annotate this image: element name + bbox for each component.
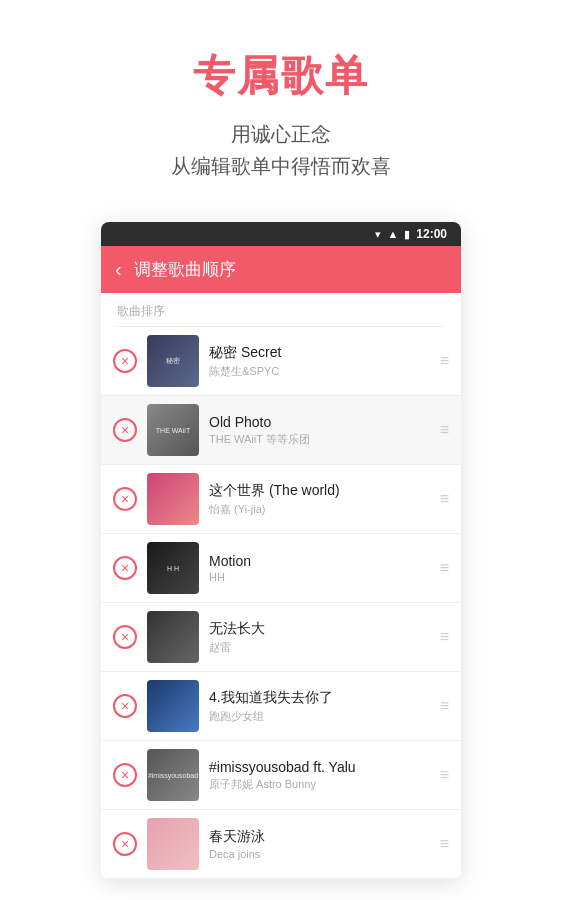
song-thumb-6 xyxy=(147,680,199,732)
song-list: × 秘密 秘密 Secret 陈楚生&SPYC ≡ × THE WAiiT Ol… xyxy=(101,327,461,879)
song-title-4: Motion xyxy=(209,553,430,569)
song-thumb-8 xyxy=(147,818,199,870)
song-info-1: 秘密 Secret 陈楚生&SPYC xyxy=(209,344,430,379)
song-item-5: × 无法长大 赵雷 ≡ xyxy=(101,603,461,672)
drag-handle-5[interactable]: ≡ xyxy=(440,628,449,646)
song-title-8: 春天游泳 xyxy=(209,828,430,846)
song-item-2: × THE WAiiT Old Photo THE WAiiT 等等乐团 ≡ xyxy=(101,396,461,465)
page-title: 专属歌单 xyxy=(20,48,542,104)
remove-button-1[interactable]: × xyxy=(113,349,137,373)
drag-handle-4[interactable]: ≡ xyxy=(440,559,449,577)
drag-handle-8[interactable]: ≡ xyxy=(440,835,449,853)
song-thumb-1: 秘密 xyxy=(147,335,199,387)
drag-handle-1[interactable]: ≡ xyxy=(440,352,449,370)
section-label: 歌曲排序 xyxy=(101,293,461,326)
song-item-6: × 4.我知道我失去你了 跑跑少女组 ≡ xyxy=(101,672,461,741)
song-thumb-7: #imissyousobad xyxy=(147,749,199,801)
song-title-7: #imissyousobad ft. Yalu xyxy=(209,759,430,775)
song-title-2: Old Photo xyxy=(209,414,430,430)
song-title-6: 4.我知道我失去你了 xyxy=(209,689,430,707)
signal-icon: ▲ xyxy=(387,228,398,240)
song-item-1: × 秘密 秘密 Secret 陈楚生&SPYC ≡ xyxy=(101,327,461,396)
app-header: ‹ 调整歌曲顺序 xyxy=(101,246,461,293)
remove-button-7[interactable]: × xyxy=(113,763,137,787)
song-artist-2: THE WAiiT 等等乐团 xyxy=(209,432,430,447)
song-artist-3: 怡嘉 (Yi-jia) xyxy=(209,502,430,517)
song-title-3: 这个世界 (The world) xyxy=(209,482,430,500)
song-thumb-4: H H xyxy=(147,542,199,594)
song-info-5: 无法长大 赵雷 xyxy=(209,620,430,655)
remove-button-3[interactable]: × xyxy=(113,487,137,511)
battery-icon: ▮ xyxy=(404,228,410,241)
page-subtitle: 用诚心正念 从编辑歌单中得悟而欢喜 xyxy=(20,118,542,182)
song-info-2: Old Photo THE WAiiT 等等乐团 xyxy=(209,414,430,447)
remove-button-5[interactable]: × xyxy=(113,625,137,649)
remove-button-2[interactable]: × xyxy=(113,418,137,442)
song-title-5: 无法长大 xyxy=(209,620,430,638)
song-thumb-2: THE WAiiT xyxy=(147,404,199,456)
status-time: 12:00 xyxy=(416,227,447,241)
app-header-title: 调整歌曲顺序 xyxy=(134,258,236,281)
remove-button-6[interactable]: × xyxy=(113,694,137,718)
drag-handle-7[interactable]: ≡ xyxy=(440,766,449,784)
song-title-1: 秘密 Secret xyxy=(209,344,430,362)
phone-mockup: ▾ ▲ ▮ 12:00 ‹ 调整歌曲顺序 歌曲排序 × 秘密 秘密 Secret… xyxy=(101,222,461,879)
song-info-7: #imissyousobad ft. Yalu 原子邦妮 Astro Bunny xyxy=(209,759,430,792)
remove-button-4[interactable]: × xyxy=(113,556,137,580)
song-artist-6: 跑跑少女组 xyxy=(209,709,430,724)
song-thumb-5 xyxy=(147,611,199,663)
remove-button-8[interactable]: × xyxy=(113,832,137,856)
song-artist-4: HH xyxy=(209,571,430,583)
song-item-4: × H H Motion HH ≡ xyxy=(101,534,461,603)
song-item-7: × #imissyousobad #imissyousobad ft. Yalu… xyxy=(101,741,461,810)
song-artist-8: Deca joins xyxy=(209,848,430,860)
status-bar: ▾ ▲ ▮ 12:00 xyxy=(101,222,461,246)
drag-handle-6[interactable]: ≡ xyxy=(440,697,449,715)
back-button[interactable]: ‹ xyxy=(115,258,122,281)
song-info-3: 这个世界 (The world) 怡嘉 (Yi-jia) xyxy=(209,482,430,517)
song-artist-5: 赵雷 xyxy=(209,640,430,655)
song-artist-7: 原子邦妮 Astro Bunny xyxy=(209,777,430,792)
page-header: 专属歌单 用诚心正念 从编辑歌单中得悟而欢喜 xyxy=(0,0,562,212)
wifi-icon: ▾ xyxy=(375,228,381,241)
song-info-6: 4.我知道我失去你了 跑跑少女组 xyxy=(209,689,430,724)
song-artist-1: 陈楚生&SPYC xyxy=(209,364,430,379)
song-info-4: Motion HH xyxy=(209,553,430,583)
song-item-3: × 这个世界 (The world) 怡嘉 (Yi-jia) ≡ xyxy=(101,465,461,534)
song-item-8: × 春天游泳 Deca joins ≡ xyxy=(101,810,461,879)
song-thumb-3 xyxy=(147,473,199,525)
drag-handle-2[interactable]: ≡ xyxy=(440,421,449,439)
drag-handle-3[interactable]: ≡ xyxy=(440,490,449,508)
song-info-8: 春天游泳 Deca joins xyxy=(209,828,430,860)
